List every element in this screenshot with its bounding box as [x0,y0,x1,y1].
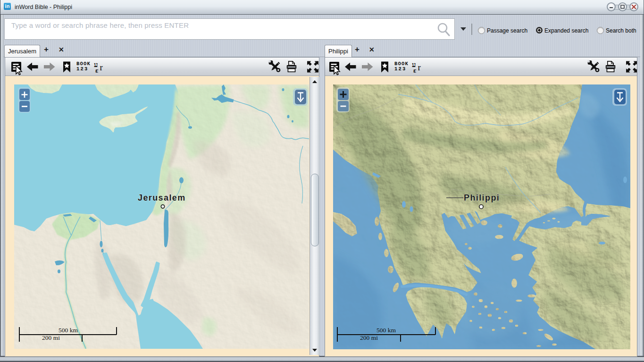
svg-text:r: r [100,62,103,72]
svg-text:123: 123 [76,66,89,72]
svg-text:500 km: 500 km [59,327,78,334]
svg-text:Philippi: Philippi [464,193,500,202]
svg-text:200 mi: 200 mi [360,334,378,341]
svg-text:200 mi: 200 mi [42,334,60,341]
svg-text:ε: ε [95,67,99,74]
svg-text:500 km: 500 km [376,327,396,334]
svg-text:Jerusalem: Jerusalem [138,193,186,202]
